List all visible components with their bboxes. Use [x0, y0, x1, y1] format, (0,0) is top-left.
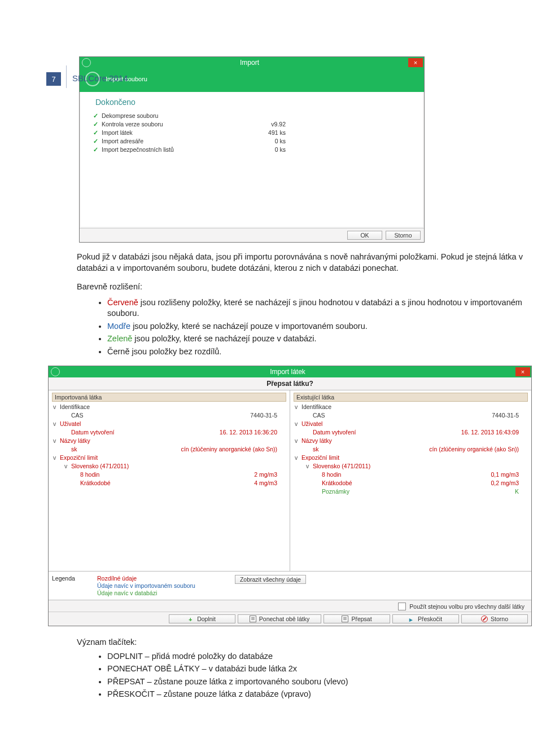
tree-row[interactable]: CAS7440-31-5	[294, 411, 528, 420]
tree-value	[277, 454, 286, 462]
step-value: 0 ks	[252, 146, 286, 153]
legend-black: Černě jsou položky bez rozdílů.	[107, 346, 542, 358]
step-value: v9.92	[252, 121, 286, 128]
step-label: Dekomprese souboru	[102, 112, 248, 119]
tree-row[interactable]: skcín (zlúčeniny organické (ako Sn))	[294, 445, 528, 454]
tree-row[interactable]: Krátkodobé4 mg/m3	[52, 479, 286, 487]
tree-row[interactable]: vExpoziční limit	[294, 454, 528, 462]
dialog-footer: OK Storno	[80, 228, 424, 242]
tree-key: Názvy látky	[301, 437, 332, 445]
tree-row[interactable]: 8 hodin0,1 mg/m3	[294, 471, 528, 479]
tree-key: Slovensko (471/2011)	[313, 462, 370, 471]
tree-key: Datum vytvoření	[71, 428, 114, 437]
tree-row[interactable]: vNázvy látky	[52, 437, 286, 445]
column-imported: Importovaná látka vIdentifikaceCAS7440-3…	[49, 390, 290, 571]
legend-line-diff: Rozdílné údaje	[97, 575, 195, 582]
tree-key: Krátkodobé	[322, 479, 352, 487]
skip-icon: ▸	[409, 616, 415, 622]
legend-red: Červeně jsou rozlišeny položky, které se…	[107, 297, 542, 319]
plus-icon: +	[189, 616, 194, 622]
tree-key: Poznámky	[322, 487, 349, 496]
tree-key: Krátkodobé	[80, 479, 111, 487]
help-icon[interactable]	[82, 58, 91, 67]
tree-value	[519, 437, 528, 445]
tree-value: K	[515, 487, 528, 496]
caret-icon: v	[53, 403, 58, 411]
check-icon: ✓	[93, 112, 98, 119]
tree-key: CAS	[71, 411, 84, 420]
meaning-prepsat: PŘEPSAT – zůstane pouze látka z importov…	[107, 676, 542, 688]
buttons-meaning-heading: Význam tlačítek:	[77, 638, 542, 647]
step-value: 0 ks	[252, 138, 286, 144]
check-icon: ✓	[93, 121, 98, 128]
storno-button[interactable]: Storno	[461, 614, 528, 623]
tree-row[interactable]: CAS7440-31-5	[52, 411, 286, 420]
legend-area: Legenda Rozdílné údaje Údaje navíc v imp…	[49, 571, 531, 600]
caret-icon: v	[53, 420, 58, 428]
legend-green: Zeleně jsou položky, které se nacházejí …	[107, 333, 542, 345]
column-header-imported: Importovaná látka	[52, 393, 286, 402]
tree-value: 7440-31-5	[492, 411, 528, 420]
tree-row[interactable]: vSlovensko (471/2011)	[294, 462, 528, 471]
tree-row[interactable]: vExpoziční limit	[52, 454, 286, 462]
tree-row[interactable]: vUživatel	[52, 420, 286, 428]
caret-icon: v	[53, 437, 58, 445]
tree-row[interactable]: vIdentifikace	[294, 403, 528, 411]
done-label: Dokončeno	[95, 98, 416, 107]
tree-row[interactable]: Krátkodobé0,2 mg/m3	[294, 479, 528, 487]
caret-icon: v	[295, 437, 299, 445]
tree-key: Uživatel	[60, 420, 81, 428]
doplnit-button[interactable]: +Doplnit	[169, 614, 235, 623]
tree-value: 0,2 mg/m3	[491, 479, 528, 487]
tree-value	[519, 462, 528, 471]
legend-line-extra-db: Údaje navíc v databázi	[97, 590, 195, 596]
tree-value	[277, 462, 286, 471]
tree-row[interactable]: vUživatel	[294, 420, 528, 428]
check-icon: ✓	[93, 146, 98, 153]
tree-row[interactable]: 8 hodin2 mg/m3	[52, 471, 286, 479]
ponechat-button[interactable]: Ponechat obě látky	[238, 614, 321, 623]
preskocit-button[interactable]: ▸Přeskočit	[392, 614, 459, 623]
page-number: 7	[46, 72, 61, 86]
tree-row[interactable]: PoznámkyK	[294, 487, 528, 496]
tree-row[interactable]: vIdentifikace	[52, 403, 286, 411]
tree-value	[519, 454, 528, 462]
tree-row[interactable]: vSlovensko (471/2011)	[52, 462, 286, 471]
step-label: Import bezpečnostních listů	[102, 146, 248, 153]
import-step-row: ✓Dekomprese souboru	[93, 111, 416, 120]
dialog-title: Import	[91, 59, 408, 67]
dialog-title: Import látek	[60, 368, 515, 376]
tree-value: 4 mg/m3	[254, 479, 286, 487]
tree-key: 8 hodin	[322, 471, 341, 479]
tree-key: Slovensko (471/2011)	[71, 462, 129, 471]
close-icon[interactable]: ×	[515, 367, 530, 376]
help-icon[interactable]	[51, 367, 60, 376]
apply-all-row: Použít stejnou volbu pro všechny další l…	[49, 600, 531, 612]
ok-button[interactable]: OK	[347, 231, 382, 240]
document-icon	[250, 616, 256, 622]
header-divider	[66, 65, 67, 88]
import-step-row: ✓Import bezpečnostních listů0 ks	[93, 145, 416, 153]
tree-value	[277, 437, 286, 445]
column-existing: Existující látka vIdentifikaceCAS7440-31…	[290, 390, 531, 571]
tree-value: 16. 12. 2013 16:43:09	[461, 428, 528, 437]
tree-row[interactable]: Datum vytvoření16. 12. 2013 16:43:09	[294, 428, 528, 437]
tree-value	[277, 403, 286, 411]
color-legend-list: Červeně jsou rozlišeny položky, které se…	[96, 297, 542, 358]
close-icon[interactable]: ×	[408, 58, 423, 67]
caret-icon: v	[64, 462, 69, 471]
tree-value: 7440-31-5	[250, 411, 286, 420]
prepsat-button[interactable]: Přepsat	[324, 614, 390, 623]
tree-row[interactable]: Datum vytvoření16. 12. 2013 16:36:20	[52, 428, 286, 437]
tree-value	[519, 403, 528, 411]
cancel-button[interactable]: Storno	[386, 231, 421, 240]
tree-key: Expoziční limit	[301, 454, 339, 462]
tree-row[interactable]: vNázvy látky	[294, 437, 528, 445]
legend-blue: Modře jsou položky, které se nacházejí p…	[107, 321, 542, 332]
tree-row[interactable]: skcín (zlúčeniny anorganické (ako Sn))	[52, 445, 286, 454]
document-icon	[342, 616, 348, 622]
tree-value: 2 mg/m3	[254, 471, 286, 479]
paragraph-intro: Pokud již v databázi jsou nějaká data, j…	[77, 252, 542, 274]
apply-all-checkbox[interactable]	[398, 603, 406, 610]
show-all-button[interactable]: Zobrazit všechny údaje	[235, 575, 306, 584]
